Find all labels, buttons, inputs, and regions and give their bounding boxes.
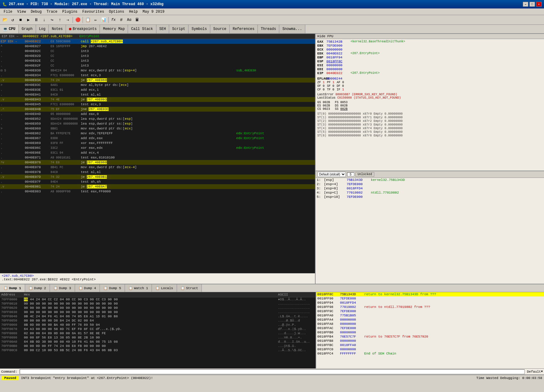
call-stack-row[interactable]: 0018FFA0775B1B05 [316,313,544,318]
gs-seg[interactable]: GS 002B [317,101,330,104]
lasterror-value[interactable]: 000036B7 (ERROR_SXS_KEY_NOT_FOUND) [336,93,397,96]
disasm-row[interactable]: ^0040E027E9 16FEFFFFjmp 267.40E42 [0,44,315,49]
hex-row[interactable]: 76FF00C000 00 C2 10 00 53 8B 5C 24 08 F6… [0,348,316,352]
call-stack-row[interactable]: 0018FFB476E57C7Freturn to 76E57C7F from … [316,335,544,339]
call-stack-row[interactable]: 0018FF940018FFD4 [316,301,544,305]
command-dropdown[interactable]: ▼ [541,370,543,373]
disasm-row[interactable]: .0040E06E83C1 04add ecx,4 [0,150,315,155]
hex-row[interactable]: 76FF00B000 00 0D 00 FF 74 24 08 E8 FB 00… [0,344,316,348]
disasm-row[interactable]: .0040E0528DA424 00000000lea esp,dword pt… [0,116,315,121]
menu-item-file[interactable]: File [1,9,15,15]
disasm-row[interactable]: .0040E02ECCint3 [0,58,315,63]
disasm-row[interactable]: .0040E07F84E4test ah,ah [0,179,315,184]
open-button[interactable]: 📂 [1,16,8,24]
disasm-row[interactable]: .0040E06C33C2xor eax,edxedx:EntryPoint [0,145,315,150]
mem-map-button[interactable]: 📋 [84,16,91,24]
call-stack-row[interactable]: 0018FF9877019802return to ntdll.77019802… [316,305,544,309]
disasm-row[interactable]: .0040E03E83C1 01add ecx,1 [0,87,315,92]
df-flag[interactable]: DF 0 [337,84,344,88]
disasm-row[interactable]: .0040E06703D0add edx,eaxedx:EntryPoint [0,136,315,141]
ds-seg[interactable]: DS 002B [335,104,348,107]
tab-breakpoints[interactable]: Breakpoints [66,25,100,33]
menu-item-may-9-2019[interactable]: May 9 2019 [140,9,167,15]
call-stack-row[interactable]: 0018FFC000000000 [316,347,544,351]
command-input[interactable] [20,369,525,374]
disasm-scroll[interactable]: EIP EDX →0040E022E8 599C0000call <267.su… [0,39,315,273]
disasm-row[interactable]: .0040E083A9 0000FF00test eax,FF0000 [0,189,315,194]
af-flag[interactable]: AF 0 [337,81,344,84]
hash-button[interactable]: # [118,16,125,24]
tab-call-stack[interactable]: Call Stack [128,25,156,33]
es-seg[interactable]: ES 002B [317,104,330,107]
stack-row[interactable]: 5:[esp+10]7EFDE000 [316,195,544,199]
reg-value[interactable]: 00000000 [326,48,351,51]
tab-notes[interactable]: Notes [49,25,66,33]
stack-row[interactable]: 3:[esp+8]0018FFD4 [316,186,544,191]
close-proc-button[interactable]: ■ [17,16,24,24]
menu-item-favourites[interactable]: Favourites [80,9,107,15]
disasm-row[interactable]: EIP EDX →0040E022E8 599C0000call <267.su… [0,39,315,44]
hex-row[interactable]: 76FF001090 90 90 90 90 90 90 90 90 90 90… [0,302,316,306]
minimize-button[interactable]: – [523,2,528,7]
step-into-button[interactable]: ↓ [41,16,48,24]
ss-seg[interactable]: SS 002B [335,107,348,111]
if-flag[interactable]: IF 1 [337,88,344,91]
reg-value[interactable]: 0040E022 [326,52,351,55]
menu-item-debug[interactable]: Debug [28,9,44,15]
pf-flag[interactable]: PF 1 [327,81,334,84]
hex-row[interactable]: 76FF00408B 4C 24 04 F6 41 04 06 74 05 E8… [0,314,316,318]
restart-button[interactable]: ↺ [9,16,16,24]
hide-fpu-button[interactable]: Hide FPU [317,34,333,38]
disasm-row[interactable]: .0040E04184C0test al,al [0,92,315,97]
stack-depth-spinbox[interactable] [347,172,354,176]
disasm-row[interactable]: .v0040E08174 24je 267.40E0A7 [0,184,315,189]
tab-script[interactable]: Script [169,25,188,33]
dump-tab-dump-3[interactable]: 📋Dump 3 [50,284,75,292]
menu-item-options[interactable]: Options [107,9,126,15]
dump-tab-dump-4[interactable]: 📋Dump 4 [75,284,100,292]
run-button[interactable]: ▶ [25,16,32,24]
laststatus-value[interactable]: C0150008 (STATUS_SXS_KEY_NOT_FOUND) [337,96,401,100]
reg-value[interactable]: 00000000 [326,67,351,71]
disasm-row[interactable]: .0040E02DCCint3 [0,54,315,58]
disasm-row[interactable]: .0040E07B84C0test al,al [0,170,315,175]
disasm-row[interactable]: .v0040E03A74 24je 267.40E060 [0,78,315,83]
disasm-row[interactable]: .0040E062BA FFFEFE7Emov edx,7EFEFEFFedx:… [0,131,315,136]
zf-flag[interactable]: ZF 1 [317,81,325,84]
disasm-row[interactable]: ^v0040E07674 E8je 267.40E060 [0,160,315,165]
call-stack-row[interactable]: 0018FFA400000000 [316,318,544,322]
call-stack-row[interactable]: 0018FFAC7EFDE000 [316,326,544,330]
menu-item-help[interactable]: Help [127,9,140,15]
maximize-button[interactable]: □ [529,2,535,7]
cf-flag[interactable]: CF 0 [317,88,325,91]
tf-flag[interactable]: TF 0 [327,88,334,91]
hex-row[interactable]: 76FF008002 00 00 64 89 0D 00 00 6A 01 57… [0,331,316,335]
tab-snowma---[interactable]: Snowma... [279,25,305,33]
watch-button[interactable]: fx [110,16,117,24]
disasm-row[interactable]: .0040E071A9 00010181test eax,81010100 [0,155,315,160]
reg-value[interactable]: 75B1342B [326,40,351,44]
hex-row[interactable]: 76FF00008B 44 24 04 CC C2 04 00 CC 90 C3… [0,297,316,302]
close-button[interactable]: ✕ [536,2,542,7]
stack-row[interactable]: 4:[esp+C]77019802ntdll.77019802 [316,191,544,195]
patch-button[interactable]: ✏️ [92,16,99,24]
hex-row[interactable]: 76FF005000 00 00 00 00 D8 84 24 DC 02 00… [0,318,316,323]
call-stack-row[interactable]: 0018FFA800000000 [316,322,544,326]
hex-row[interactable]: 76FF009000 00 8F 56 E8 13 38 05 00 8E 2B… [0,335,316,340]
tab-references[interactable]: References [230,25,258,33]
reg-value[interactable]: 0018FF8C [326,60,351,63]
step-over-button[interactable]: ↪ [48,16,56,24]
stack-row[interactable]: 1:[esp]75B1343Dkernel32.75B1343D [316,178,544,182]
call-stack-row[interactable]: 0018FFB000000000 [316,330,544,335]
aa-button[interactable]: Aα [126,16,133,24]
reg-value[interactable]: 0018FF94 [326,56,351,59]
tab-symbols[interactable]: Symbols [188,25,210,33]
tab-log[interactable]: Log [36,25,49,33]
disasm-row[interactable]: .0040E0788B41 FCmov eax,dword ptr ds:[ec… [0,165,315,170]
hex-row[interactable]: 76FF00608B 0D 00 00 00 BA 40 00 FF 76 89… [0,323,316,327]
disasm-row[interactable]: >0040E03C8A01mov al,byte ptr ds:[ecx] [0,83,315,87]
call-stack-row[interactable]: 0018FFB800000000 [316,339,544,343]
hex-row[interactable]: 76FF003090 90 90 90 90 90 90 90 90 90 90… [0,310,316,314]
menu-item-view[interactable]: View [15,9,28,15]
tab-threads[interactable]: Threads [258,25,279,33]
